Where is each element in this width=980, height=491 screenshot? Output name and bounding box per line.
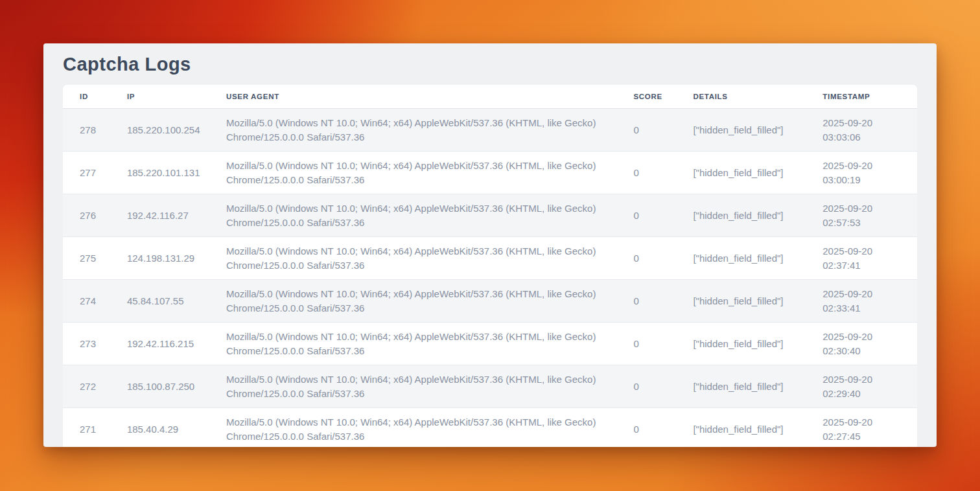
cell-user-agent: Mozilla/5.0 (Windows NT 10.0; Win64; x64… [209,194,617,237]
cell-timestamp: 2025-09-20 03:00:19 [806,152,917,194]
cell-timestamp: 2025-09-20 02:29:40 [806,365,917,408]
cell-details: ["hidden_field_filled"] [676,365,806,408]
cell-score: 0 [616,408,676,448]
cell-score: 0 [616,365,676,408]
table-row: 276 192.42.116.27 Mozilla/5.0 (Windows N… [63,194,917,237]
cell-details: ["hidden_field_filled"] [676,152,806,194]
column-header-score: SCORE [616,85,676,109]
column-header-details: DETAILS [676,85,806,109]
cell-details: ["hidden_field_filled"] [676,109,806,152]
cell-ip: 124.198.131.29 [110,237,209,280]
cell-id: 278 [63,109,110,152]
cell-timestamp: 2025-09-20 02:37:41 [806,237,917,280]
page-background: Captcha Logs ID IP USER AGENT SCORE DETA… [0,0,980,491]
cell-id: 271 [63,408,110,448]
table-row: 271 185.40.4.29 Mozilla/5.0 (Windows NT … [63,408,917,448]
cell-user-agent: Mozilla/5.0 (Windows NT 10.0; Win64; x64… [209,237,617,280]
table-row: 274 45.84.107.55 Mozilla/5.0 (Windows NT… [63,280,917,323]
cell-id: 276 [63,194,110,237]
cell-score: 0 [616,152,676,194]
cell-user-agent: Mozilla/5.0 (Windows NT 10.0; Win64; x64… [209,280,617,323]
cell-details: ["hidden_field_filled"] [676,408,806,448]
cell-id: 275 [63,237,110,280]
table-header-row: ID IP USER AGENT SCORE DETAILS TIMESTAMP [63,85,917,109]
column-header-ip: IP [110,85,209,109]
table-row: 277 185.220.101.131 Mozilla/5.0 (Windows… [63,152,917,194]
cell-timestamp: 2025-09-20 02:30:40 [806,323,917,365]
cell-ip: 192.42.116.215 [110,323,209,365]
logs-table-panel: ID IP USER AGENT SCORE DETAILS TIMESTAMP… [63,85,917,447]
cell-ip: 185.220.100.254 [110,109,209,152]
cell-score: 0 [616,280,676,323]
cell-ip: 185.100.87.250 [110,365,209,408]
cell-ip: 185.40.4.29 [110,408,209,448]
cell-user-agent: Mozilla/5.0 (Windows NT 10.0; Win64; x64… [209,152,617,194]
cell-id: 274 [63,280,110,323]
cell-ip: 185.220.101.131 [110,152,209,194]
cell-user-agent: Mozilla/5.0 (Windows NT 10.0; Win64; x64… [209,365,617,408]
cell-details: ["hidden_field_filled"] [676,323,806,365]
cell-user-agent: Mozilla/5.0 (Windows NT 10.0; Win64; x64… [209,323,617,365]
cell-details: ["hidden_field_filled"] [676,237,806,280]
cell-id: 273 [63,323,110,365]
cell-score: 0 [616,194,676,237]
column-header-id: ID [63,85,110,109]
cell-ip: 45.84.107.55 [110,280,209,323]
page-title: Captcha Logs [63,53,917,75]
cell-user-agent: Mozilla/5.0 (Windows NT 10.0; Win64; x64… [209,109,617,152]
cell-timestamp: 2025-09-20 03:03:06 [806,109,917,152]
cell-score: 0 [616,109,676,152]
cell-timestamp: 2025-09-20 02:27:45 [806,408,917,448]
table-row: 275 124.198.131.29 Mozilla/5.0 (Windows … [63,237,917,280]
cell-details: ["hidden_field_filled"] [676,280,806,323]
cell-id: 277 [63,152,110,194]
table-row: 273 192.42.116.215 Mozilla/5.0 (Windows … [63,323,917,365]
cell-score: 0 [616,237,676,280]
table-row: 278 185.220.100.254 Mozilla/5.0 (Windows… [63,109,917,152]
cell-details: ["hidden_field_filled"] [676,194,806,237]
cell-score: 0 [616,323,676,365]
cell-timestamp: 2025-09-20 02:57:53 [806,194,917,237]
table-row: 272 185.100.87.250 Mozilla/5.0 (Windows … [63,365,917,408]
captcha-logs-table: ID IP USER AGENT SCORE DETAILS TIMESTAMP… [63,85,917,447]
cell-timestamp: 2025-09-20 02:33:41 [806,280,917,323]
cell-user-agent: Mozilla/5.0 (Windows NT 10.0; Win64; x64… [209,408,617,448]
column-header-timestamp: TIMESTAMP [806,85,917,109]
cell-ip: 192.42.116.27 [110,194,209,237]
captcha-logs-card: Captcha Logs ID IP USER AGENT SCORE DETA… [43,43,937,447]
column-header-user-agent: USER AGENT [209,85,617,109]
cell-id: 272 [63,365,110,408]
